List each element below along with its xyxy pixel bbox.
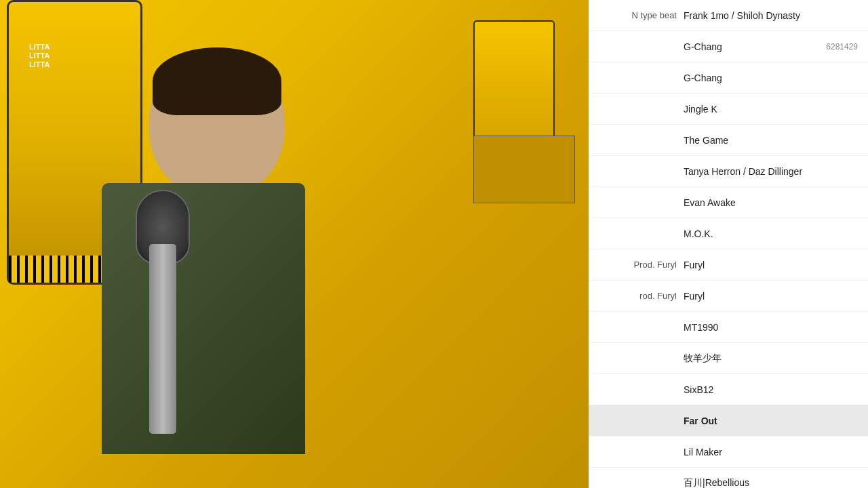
playlist-item[interactable]: Far Out (589, 405, 868, 436)
playlist-item[interactable]: N type beatFrank 1mo / Shiloh Dynasty (589, 0, 868, 31)
playlist-item[interactable]: Prod. FurylFuryl (589, 249, 868, 281)
playlist-item-right: Jingle K (684, 104, 854, 115)
playlist-item-right: MT1990 (684, 322, 854, 333)
playlist-item-right: The Game (684, 135, 854, 146)
playlist-item[interactable]: rod. FurylFuryl (589, 281, 868, 312)
person-body (102, 183, 305, 454)
playlist-item-left: rod. Furyl (602, 291, 684, 301)
playlist-item-right: G-Chang (684, 73, 854, 83)
playlist-badge: 6281429 (826, 42, 858, 52)
playlist-item[interactable]: Evan Awake (589, 187, 868, 218)
playlist-item-right: Evan Awake (684, 197, 854, 208)
playlist-item-right: Furyl (684, 291, 854, 302)
playlist-item[interactable]: 百川|Rebellious (589, 468, 868, 488)
background-box (473, 136, 575, 203)
playlist-item-right: Far Out (684, 415, 854, 426)
playlist-item[interactable]: 牧羊少年 (589, 343, 868, 374)
person-hair (153, 47, 281, 115)
playlist-panel[interactable]: N type beatFrank 1mo / Shiloh DynastyG-C… (589, 0, 868, 488)
playlist-item-right: M.O.K. (684, 228, 854, 239)
playlist-item[interactable]: M.O.K. (589, 218, 868, 249)
video-background: LITTALITTALITTA (0, 0, 589, 488)
playlist-item[interactable]: Lil Maker (589, 436, 868, 468)
playlist-item-right: Furyl (684, 260, 854, 270)
microphone-stand (149, 244, 176, 434)
playlist-item-left: N type beat (602, 10, 684, 20)
playlist-item-right: Frank 1mo / Shiloh Dynasty (684, 10, 854, 21)
playlist-item[interactable]: MT1990 (589, 312, 868, 343)
playlist-item-right: SixB12 (684, 384, 854, 395)
playlist-item[interactable]: G-Chang6281429 (589, 31, 868, 62)
playlist-item[interactable]: Tanya Herron / Daz Dillinger (589, 156, 868, 187)
playlist-item-right: Tanya Herron / Daz Dillinger (684, 166, 854, 177)
playlist-item-right: 牧羊少年 (684, 352, 854, 365)
playlist-item-right: 百川|Rebellious (684, 477, 854, 489)
playlist-item[interactable]: SixB12 (589, 374, 868, 405)
playlist-item[interactable]: The Game (589, 125, 868, 156)
person (68, 34, 407, 474)
playlist-item-right: Lil Maker (684, 447, 854, 458)
playlist-item[interactable]: Jingle K (589, 94, 868, 125)
person-head (149, 47, 285, 197)
video-panel: LITTALITTALITTA (0, 0, 589, 488)
playlist-item[interactable]: G-Chang (589, 62, 868, 94)
playlist-item-left: Prod. Furyl (602, 260, 684, 270)
